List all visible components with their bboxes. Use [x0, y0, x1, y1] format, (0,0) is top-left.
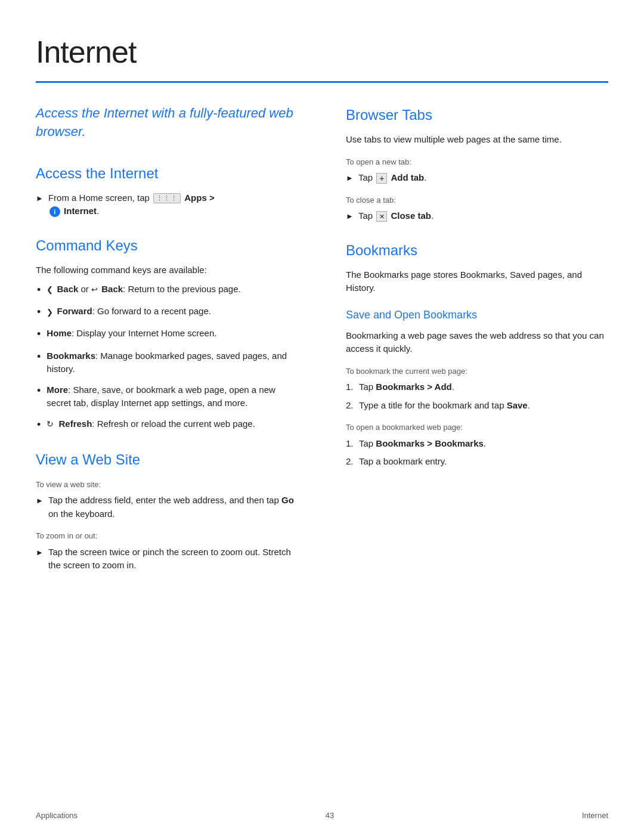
- open-bookmark-step-1-text: Tap Bookmarks > Bookmarks.: [359, 437, 486, 451]
- list-item-refresh: • ↻ Refresh: Refresh or reload the curre…: [36, 417, 298, 432]
- close-tab-label: To close a tab:: [346, 194, 608, 206]
- bullet-dot: •: [37, 305, 41, 320]
- bookmark-step-2-text: Type a title for the bookmark and tap Sa…: [359, 399, 530, 413]
- view-web-site-title: View a Web Site: [36, 449, 298, 470]
- save-open-title: Save and Open Bookmarks: [346, 307, 608, 323]
- browser-tabs-title: Browser Tabs: [346, 104, 608, 126]
- footer-center: 43: [78, 810, 582, 822]
- view-step2: ► Tap the screen twice or pinch the scre…: [36, 546, 298, 572]
- back-arrow-icon: ↩: [91, 284, 98, 296]
- section-browser-tabs: Browser Tabs Use tabs to view multiple w…: [346, 104, 608, 223]
- open-bookmark-step-1: 1. Tap Bookmarks > Bookmarks.: [346, 437, 608, 451]
- footer: Applications 43 Internet: [36, 810, 608, 822]
- section-view-web-site: View a Web Site To view a web site: ► Ta…: [36, 449, 298, 572]
- view-step1-text: Tap the address field, enter the web add…: [48, 494, 298, 521]
- left-column: Access the Internet with a fully-feature…: [36, 104, 322, 797]
- add-tab-icon: +: [376, 173, 387, 184]
- footer-right: Internet: [582, 810, 608, 822]
- to-zoom-label: To zoom in or out:: [36, 530, 298, 542]
- view-step2-text: Tap the screen twice or pinch the screen…: [48, 546, 298, 572]
- bullet-dot: •: [37, 349, 41, 364]
- section-access-internet: Access the Internet ► From a Home screen…: [36, 163, 298, 218]
- access-internet-step: ► From a Home screen, tap ⋮⋮⋮ Apps > i I…: [36, 191, 298, 218]
- bullet-dot: •: [37, 327, 41, 342]
- open-step-num-1: 1.: [346, 437, 359, 451]
- open-tab-step: ► Tap + Add tab.: [346, 171, 608, 185]
- to-view-label: To view a web site:: [36, 479, 298, 491]
- open-tab-label: To open a new tab:: [346, 156, 608, 168]
- step-num-1: 1.: [346, 380, 359, 394]
- bookmark-step-2: 2. Type a title for the bookmark and tap…: [346, 399, 608, 413]
- subsection-save-open-bookmarks: Save and Open Bookmarks Bookmarking a we…: [346, 307, 608, 469]
- close-tab-step: ► Tap ✕ Close tab.: [346, 209, 608, 223]
- section-bookmarks: Bookmarks The Bookmarks page stores Book…: [346, 240, 608, 469]
- bullet-dot: •: [37, 383, 41, 398]
- list-item-forward: • ❯ Forward: Go forward to a recent page…: [36, 305, 298, 320]
- arrow-icon: ►: [36, 193, 44, 205]
- open-step-num-2: 2.: [346, 455, 359, 469]
- open-tab-text: Tap + Add tab.: [358, 171, 427, 185]
- close-tab-icon: ✕: [376, 211, 387, 222]
- blue-rule: [36, 81, 608, 83]
- internet-app-icon: i: [49, 206, 60, 217]
- page: Internet Access the Internet with a full…: [0, 0, 644, 833]
- apps-grid-icon: ⋮⋮⋮: [153, 193, 181, 203]
- arrow-icon: ►: [346, 172, 354, 184]
- bookmarks-text: Bookmarks: Manage bookmarked pages, save…: [47, 349, 298, 376]
- section-command-keys: Command Keys The following command keys …: [36, 235, 298, 432]
- close-tab-text: Tap ✕ Close tab.: [358, 209, 434, 223]
- step-num-2: 2.: [346, 399, 359, 413]
- two-column-layout: Access the Internet with a fully-feature…: [36, 104, 608, 797]
- open-bookmark-step-2: 2. Tap a bookmark entry.: [346, 455, 608, 469]
- bookmarks-title: Bookmarks: [346, 240, 608, 261]
- open-bookmark-step-2-text: Tap a bookmark entry.: [359, 455, 447, 469]
- browser-tabs-intro: Use tabs to view multiple web pages at t…: [346, 133, 608, 147]
- list-item-home: • Home: Display your Internet Home scree…: [36, 327, 298, 342]
- arrow-icon: ►: [346, 210, 354, 222]
- forward-text: ❯ Forward: Go forward to a recent page.: [47, 305, 298, 318]
- list-item-back: • ❮ Back or ↩ Back: Return to the previo…: [36, 283, 298, 298]
- bullet-dot: •: [37, 417, 41, 432]
- right-column: Browser Tabs Use tabs to view multiple w…: [322, 104, 608, 797]
- back-angle-icon: ❮: [47, 284, 53, 296]
- save-intro: Bookmarking a web page saves the web add…: [346, 329, 608, 356]
- access-internet-title: Access the Internet: [36, 163, 298, 184]
- command-keys-title: Command Keys: [36, 235, 298, 256]
- list-item-bookmarks: • Bookmarks: Manage bookmarked pages, sa…: [36, 349, 298, 376]
- refresh-icon: ↻: [47, 418, 54, 431]
- forward-icon: ❯: [47, 306, 53, 318]
- intro-text: Access the Internet with a fully-feature…: [36, 104, 298, 141]
- to-bookmark-label: To bookmark the current web page:: [346, 366, 608, 377]
- home-text: Home: Display your Internet Home screen.: [47, 327, 298, 340]
- arrow-icon: ►: [36, 547, 44, 559]
- view-step1: ► Tap the address field, enter the web a…: [36, 494, 298, 521]
- bookmark-step-1-text: Tap Bookmarks > Add.: [359, 380, 454, 394]
- list-item-more: • More: Share, save, or bookmark a web p…: [36, 383, 298, 410]
- open-bookmark-steps-list: 1. Tap Bookmarks > Bookmarks. 2. Tap a b…: [346, 437, 608, 469]
- bookmarks-intro: The Bookmarks page stores Bookmarks, Sav…: [346, 268, 608, 295]
- bookmark-steps-list: 1. Tap Bookmarks > Add. 2. Type a title …: [346, 380, 608, 412]
- refresh-text: ↻ Refresh: Refresh or reload the current…: [47, 417, 298, 431]
- command-keys-list: • ❮ Back or ↩ Back: Return to the previo…: [36, 283, 298, 432]
- bullet-dot: •: [37, 283, 41, 298]
- to-open-bookmark-label: To open a bookmarked web page:: [346, 422, 608, 433]
- bookmark-step-1: 1. Tap Bookmarks > Add.: [346, 380, 608, 394]
- footer-left: Applications: [36, 810, 78, 822]
- back-text: ❮ Back or ↩ Back: Return to the previous…: [47, 283, 298, 296]
- command-keys-intro: The following command keys are available…: [36, 264, 298, 277]
- access-internet-text: From a Home screen, tap ⋮⋮⋮ Apps > i Int…: [48, 191, 215, 218]
- more-text: More: Share, save, or bookmark a web pag…: [47, 383, 298, 410]
- arrow-icon: ►: [36, 495, 44, 507]
- page-title: Internet: [36, 29, 608, 75]
